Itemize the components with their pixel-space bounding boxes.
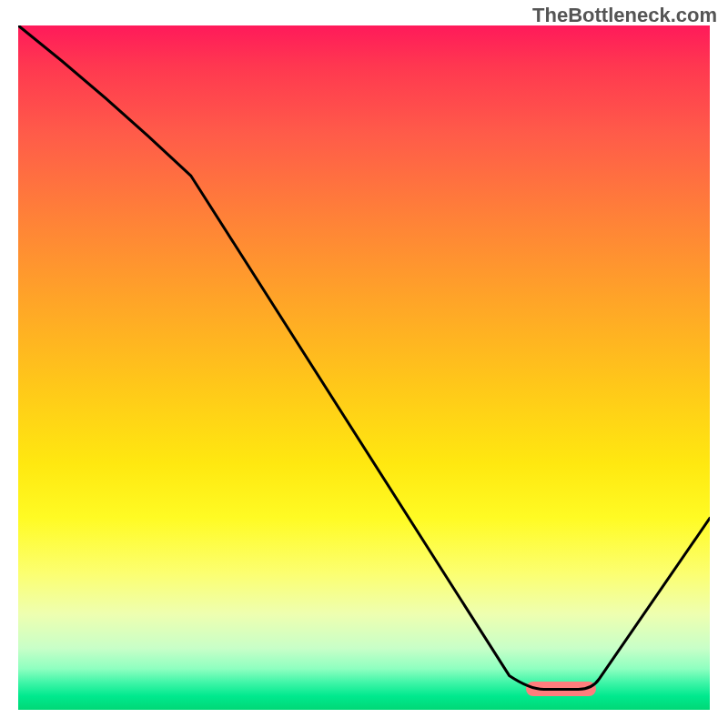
bottleneck-curve bbox=[18, 25, 710, 710]
curve-path bbox=[18, 25, 710, 689]
plot-area bbox=[18, 25, 710, 710]
watermark-text: TheBottleneck.com bbox=[532, 4, 717, 27]
